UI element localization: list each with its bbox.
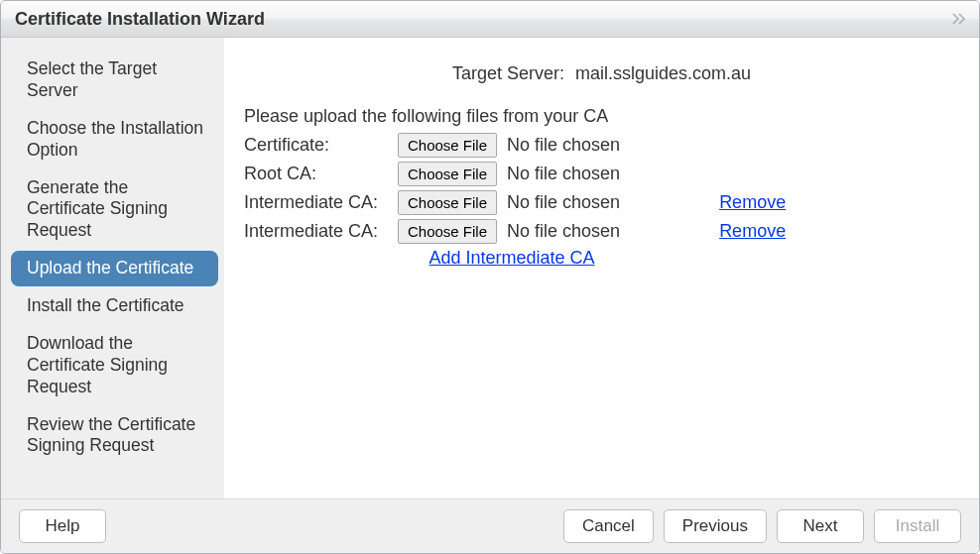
target-server-value: mail.sslguides.com.au xyxy=(575,63,751,83)
wizard-step[interactable]: Install the Certificate xyxy=(11,288,218,324)
target-server-line: Target Server: mail.sslguides.com.au xyxy=(244,63,959,84)
file-row-label: Certificate: xyxy=(244,131,398,160)
titlebar: Certificate Installation Wizard xyxy=(1,1,979,38)
choose-file-button[interactable]: Choose File xyxy=(398,219,497,244)
file-status-text: No file chosen xyxy=(507,160,620,188)
upload-instructions: Please upload the following files from y… xyxy=(244,106,959,127)
wizard-footer: Help Cancel Previous Next Install xyxy=(1,499,979,553)
file-status-text: No file chosen xyxy=(507,131,620,160)
next-button[interactable]: Next xyxy=(777,509,864,543)
file-row-label: Intermediate CA: xyxy=(244,217,398,246)
add-intermediate-link[interactable]: Add Intermediate CA xyxy=(429,248,594,268)
help-button[interactable]: Help xyxy=(19,509,106,543)
file-status-text: No file chosen xyxy=(507,188,620,217)
previous-button[interactable]: Previous xyxy=(664,509,767,543)
main-panel: Target Server: mail.sslguides.com.au Ple… xyxy=(224,38,979,499)
wizard-step[interactable]: Select the Target Server xyxy=(11,52,218,109)
cancel-button[interactable]: Cancel xyxy=(563,509,654,543)
remove-link[interactable]: Remove xyxy=(719,192,786,212)
file-upload-row: Intermediate CA:Choose FileNo file chose… xyxy=(244,188,786,217)
install-button: Install xyxy=(874,509,961,543)
window-title: Certificate Installation Wizard xyxy=(15,9,265,30)
wizard-step[interactable]: Review the Certificate Signing Request xyxy=(11,407,218,465)
file-upload-row: Intermediate CA:Choose FileNo file chose… xyxy=(244,217,786,246)
file-upload-row: Root CA:Choose FileNo file chosen xyxy=(244,160,786,188)
file-row-label: Intermediate CA: xyxy=(244,188,398,217)
wizard-step[interactable]: Choose the Installation Option xyxy=(11,111,218,168)
choose-file-button[interactable]: Choose File xyxy=(398,190,497,215)
wizard-step[interactable]: Upload the Certificate xyxy=(11,251,218,286)
file-row-label: Root CA: xyxy=(244,160,398,188)
remove-link[interactable]: Remove xyxy=(719,221,786,241)
body: Select the Target ServerChoose the Insta… xyxy=(1,38,979,499)
wizard-steps-sidebar: Select the Target ServerChoose the Insta… xyxy=(1,38,224,499)
file-upload-rows: Certificate:Choose FileNo file chosenRoo… xyxy=(244,131,786,246)
choose-file-button[interactable]: Choose File xyxy=(398,133,497,158)
expand-icon[interactable] xyxy=(951,12,969,26)
target-server-label: Target Server: xyxy=(452,63,564,83)
wizard-window: Certificate Installation Wizard Select t… xyxy=(0,0,980,554)
wizard-step[interactable]: Generate the Certificate Signing Request xyxy=(11,170,218,250)
wizard-step[interactable]: Download the Certificate Signing Request xyxy=(11,326,218,405)
file-status-text: No file chosen xyxy=(507,217,620,246)
choose-file-button[interactable]: Choose File xyxy=(398,162,497,186)
file-upload-row: Certificate:Choose FileNo file chosen xyxy=(244,131,786,160)
